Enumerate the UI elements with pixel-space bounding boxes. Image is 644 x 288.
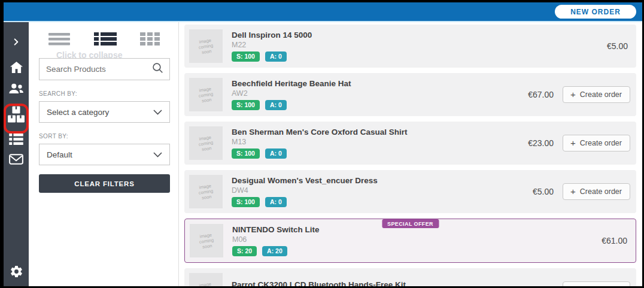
plus-icon: + (570, 187, 576, 196)
product-image-placeholder: image coming soon (190, 224, 223, 257)
chevron-down-icon (153, 107, 162, 117)
grid-view-icon[interactable] (140, 32, 160, 48)
create-order-label: Create order (580, 187, 622, 196)
product-image-placeholder: image coming soon (189, 175, 223, 208)
product-actions: €61.00 (602, 236, 630, 245)
clear-filters-button[interactable]: CLEAR FILTERS (39, 174, 170, 193)
stock-badge: S: 100 (232, 100, 260, 110)
product-badges: S: 100 A: 0 (232, 197, 533, 207)
product-row[interactable]: image coming soon Ben Sherman Men's Core… (184, 122, 636, 165)
sidebar-item-settings[interactable] (4, 263, 29, 281)
sidebar-item-collapse[interactable] (4, 34, 29, 52)
special-offer-badge: SPECIAL OFFER (382, 219, 439, 228)
product-info: Desigual Women's Vest_encuer Dress DW4 S… (232, 176, 533, 208)
product-row[interactable]: image coming soon Dell Inspiron 14 5000 … (184, 25, 636, 68)
list-view-icon[interactable] (94, 32, 117, 48)
image-coming-soon-text: image coming soon (195, 182, 217, 201)
product-image-placeholder: image coming soon (189, 29, 223, 63)
sort-select-value: Default (47, 150, 72, 159)
create-order-button[interactable]: + Create order (563, 281, 630, 286)
product-sku: AW2 (232, 89, 528, 98)
search-by-label: SEARCH BY: (39, 90, 170, 97)
mail-icon (9, 154, 23, 167)
chevron-right-icon (12, 37, 20, 49)
product-title: Parrot CK3200 LCD Bluetooth Hands-Free K… (232, 280, 417, 286)
sort-select[interactable]: Default (39, 144, 170, 165)
product-badges: S: 20 A: 20 (232, 246, 602, 256)
image-coming-soon-text: image coming soon (195, 85, 217, 104)
stock-badge: S: 20 (232, 246, 257, 256)
sidebar-item-orders[interactable] (4, 131, 29, 149)
product-actions: €5.00 + Create order (533, 183, 630, 200)
stock-badge: S: 100 (232, 148, 260, 159)
search-input[interactable] (46, 65, 152, 74)
product-info: Ben Sherman Men's Core Oxford Casual Shi… (232, 128, 528, 159)
search-box (39, 58, 170, 80)
allocated-badge: A: 0 (265, 197, 287, 207)
users-icon (8, 83, 24, 96)
sidebar-item-customers[interactable] (4, 81, 29, 99)
product-image-placeholder: image coming soon (189, 78, 223, 111)
boxes-icon (8, 105, 25, 126)
gear-icon (10, 265, 23, 281)
sidebar-nav (4, 22, 29, 286)
search-icon[interactable] (152, 62, 163, 76)
product-image-placeholder: image coming soon (189, 126, 223, 160)
new-order-button[interactable]: NEW ORDER (555, 5, 636, 19)
create-order-button[interactable]: + Create order (563, 135, 630, 151)
image-coming-soon-text: image coming soon (195, 37, 217, 55)
product-price: €5.00 (533, 187, 554, 196)
product-row[interactable]: SPECIAL OFFER image coming soon NINTENDO… (184, 219, 636, 263)
create-order-label: Create order (580, 286, 622, 287)
stock-badge: S: 100 (232, 51, 260, 62)
sidebar-item-products[interactable] (4, 104, 29, 128)
product-title: Desigual Women's Vest_encuer Dress (232, 176, 417, 186)
create-order-label: Create order (580, 139, 622, 147)
product-info: Beechfield Heritage Beanie Hat AW2 S: 10… (232, 79, 528, 111)
allocated-badge: A: 0 (265, 148, 287, 159)
product-actions: €5.00 (607, 41, 630, 51)
allocated-badge: A: 0 (265, 100, 287, 110)
sidebar-item-messages[interactable] (4, 151, 29, 169)
top-bar: NEW ORDER (4, 2, 642, 22)
product-price: €67.00 (528, 90, 554, 99)
screen: NEW ORDER (4, 2, 642, 286)
plus-icon: + (570, 285, 576, 286)
product-price: €23.00 (528, 138, 554, 148)
product-row[interactable]: image coming soon Parrot CK3200 LCD Blue… (184, 268, 636, 286)
plus-icon: + (570, 138, 576, 147)
product-row[interactable]: image coming soon Beechfield Heritage Be… (184, 73, 636, 116)
product-title: Dell Inspiron 14 5000 (232, 31, 417, 41)
product-image-placeholder: image coming soon (189, 273, 223, 286)
filter-panel: Click to collapse SEARCH BY: Select a ca… (29, 22, 179, 286)
category-select[interactable]: Select a category (39, 101, 170, 123)
allocated-badge: A: 20 (262, 246, 287, 256)
hamburger-view-icon[interactable] (48, 32, 70, 48)
list-icon (9, 134, 23, 147)
product-title: Beechfield Heritage Beanie Hat (232, 79, 417, 89)
product-list: image coming soon Dell Inspiron 14 5000 … (179, 22, 642, 286)
product-badges: S: 100 A: 0 (232, 148, 528, 159)
product-info: NINTENDO Switch Lite M06 S: 20 A: 20 (232, 225, 602, 257)
product-price: €5.00 (607, 41, 628, 51)
product-info: Dell Inspiron 14 5000 M22 S: 100 A: 0 (232, 31, 607, 62)
sidebar-item-home[interactable] (4, 59, 29, 77)
product-badges: S: 100 A: 0 (232, 51, 607, 62)
product-sku: M06 (232, 235, 602, 244)
product-price: €61.00 (602, 236, 627, 245)
category-select-value: Select a category (47, 108, 109, 117)
product-sku: M22 (232, 41, 607, 49)
image-coming-soon-text: image coming soon (195, 231, 217, 250)
plus-icon: + (570, 90, 576, 99)
sort-by-label: SORT BY: (39, 133, 170, 140)
stock-badge: S: 100 (232, 197, 260, 207)
create-order-button[interactable]: + Create order (563, 183, 630, 200)
product-row[interactable]: image coming soon Desigual Women's Vest_… (184, 170, 636, 213)
image-coming-soon-text: image coming soon (195, 280, 217, 286)
product-sku: DW4 (232, 186, 533, 195)
create-order-button[interactable]: + Create order (563, 86, 630, 103)
chevron-down-icon (153, 149, 162, 160)
product-actions: €67.00 + Create order (528, 86, 630, 103)
view-toggles (39, 31, 170, 48)
product-info: Parrot CK3200 LCD Bluetooth Hands-Free K… (232, 280, 533, 286)
